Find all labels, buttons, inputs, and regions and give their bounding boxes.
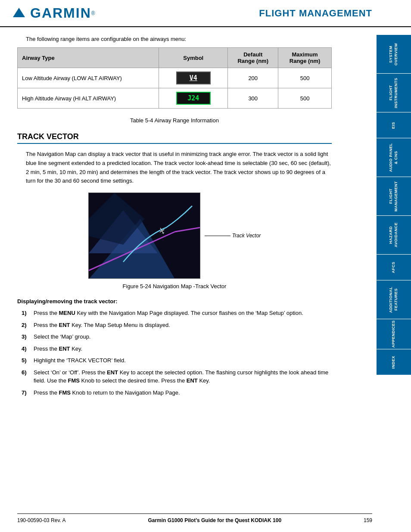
step-text-4: Press the ENT Key. bbox=[34, 345, 332, 353]
step-text-6: Select ‘On’ or ‘Off’. Press the ENT Key … bbox=[34, 368, 332, 385]
logo-triangle-icon bbox=[13, 8, 25, 17]
symbol-cell-low: V4 bbox=[159, 68, 228, 88]
figure-caption: Figure 5-24 Navigation Map -Track Vector bbox=[123, 283, 227, 289]
right-sidebar: SYSTEMOVERVIEW FLIGHTINSTRUMENTS EIS AUD… bbox=[377, 34, 411, 375]
figure-image-area: Track Vector bbox=[88, 193, 261, 279]
airway-table: Airway Type Symbol DefaultRange (nm) Max… bbox=[17, 47, 332, 109]
default-range-high: 300 bbox=[228, 88, 278, 109]
footer-left: 190-00590-03 Rev. A bbox=[17, 517, 66, 523]
table-header-symbol: Symbol bbox=[159, 48, 228, 68]
page-footer: 190-00590-03 Rev. A Garmin G1000 Pilot’s… bbox=[17, 513, 372, 523]
step-text-1: Press the MENU Key with the Navigation M… bbox=[34, 309, 332, 317]
step-num-6: 6) bbox=[22, 368, 34, 377]
table-header-airway-type: Airway Type bbox=[18, 48, 159, 68]
footer-center: Garmin G1000 Pilot’s Guide for the Quest… bbox=[148, 517, 281, 523]
max-range-low: 500 bbox=[278, 68, 332, 88]
list-item: 5) Highlight the ‘TRACK VECTOR’ field. bbox=[22, 356, 332, 365]
step-text-5: Highlight the ‘TRACK VECTOR’ field. bbox=[34, 356, 332, 365]
list-item: 2) Press the ENT Key. The Map Setup Menu… bbox=[22, 321, 332, 330]
table-caption: Table 5-4 Airway Range Information bbox=[17, 117, 332, 124]
steps-list: 1) Press the MENU Key with the Navigatio… bbox=[22, 309, 332, 397]
track-vector-body: The Navigation Map can display a track v… bbox=[26, 150, 332, 186]
high-alt-symbol: J24 bbox=[176, 92, 211, 105]
logo-reg: ® bbox=[91, 10, 95, 16]
sidebar-tab-flight-management[interactable]: FLIGHTMANAGEMENT bbox=[377, 177, 411, 215]
step-text-3: Select the ‘Map’ group. bbox=[34, 333, 332, 341]
list-item: 7) Press the FMS Knob to return to the N… bbox=[22, 389, 332, 397]
step-text-7: Press the FMS Knob to return to the Navi… bbox=[34, 389, 332, 397]
track-vector-label: Track Vector bbox=[232, 233, 261, 239]
displaying-title: Displaying/removing the track vector: bbox=[17, 298, 332, 305]
sidebar-tab-afcs[interactable]: AFCS bbox=[377, 254, 411, 280]
sidebar-tab-flight-instruments[interactable]: FLIGHTINSTRUMENTS bbox=[377, 73, 411, 112]
list-item: 3) Select the ‘Map’ group. bbox=[22, 333, 332, 341]
list-item: 4) Press the ENT Key. bbox=[22, 345, 332, 353]
logo: GARMIN® bbox=[13, 5, 95, 21]
step-num-3: 3) bbox=[22, 333, 34, 341]
sidebar-tab-index[interactable]: INDEX bbox=[377, 349, 411, 375]
sidebar-tab-eis[interactable]: EIS bbox=[377, 112, 411, 138]
table-row: Low Altitude Airway (LOW ALT AIRWAY) V4 … bbox=[18, 68, 332, 88]
main-content: The following range items are configurab… bbox=[0, 27, 375, 409]
step-num-7: 7) bbox=[22, 389, 34, 397]
page-title: FLIGHT MANAGEMENT bbox=[259, 8, 372, 19]
logo-text: GARMIN bbox=[30, 5, 91, 21]
sidebar-tab-additional-features[interactable]: ADDITIONALFEATURES bbox=[377, 280, 411, 319]
step-num-5: 5) bbox=[22, 356, 34, 365]
list-item: 1) Press the MENU Key with the Navigatio… bbox=[22, 309, 332, 317]
step-num-1: 1) bbox=[22, 309, 34, 317]
low-alt-symbol: V4 bbox=[176, 72, 211, 84]
list-item: 6) Select ‘On’ or ‘Off’. Press the ENT K… bbox=[22, 368, 332, 385]
step-num-4: 4) bbox=[22, 345, 34, 353]
airway-type-low: Low Altitude Airway (LOW ALT AIRWAY) bbox=[18, 68, 159, 88]
step-num-2: 2) bbox=[22, 321, 34, 330]
default-range-low: 200 bbox=[228, 68, 278, 88]
section-title-track-vector: TRACK VECTOR bbox=[17, 132, 332, 144]
step-text-2: Press the ENT Key. The Map Setup Menu is… bbox=[34, 321, 332, 330]
intro-text: The following range items are configurab… bbox=[26, 36, 332, 42]
nav-map-image bbox=[88, 193, 200, 279]
sidebar-tab-hazard-avoidance[interactable]: HAZARDAVOIDANCE bbox=[377, 215, 411, 254]
figure-container: Track Vector Figure 5-24 Navigation Map … bbox=[17, 193, 332, 289]
airway-type-high: High Altitude Airway (HI ALT AIRWAY) bbox=[18, 88, 159, 109]
symbol-cell-high: J24 bbox=[159, 88, 228, 109]
sidebar-tab-system-overview[interactable]: SYSTEMOVERVIEW bbox=[377, 34, 411, 73]
table-header-default-range: DefaultRange (nm) bbox=[228, 48, 278, 68]
max-range-high: 500 bbox=[278, 88, 332, 109]
sidebar-tab-appendices[interactable]: APPENDICES bbox=[377, 319, 411, 349]
page-header: GARMIN® FLIGHT MANAGEMENT bbox=[0, 0, 411, 27]
sidebar-tab-audio-panel[interactable]: AUDIO PANEL& CNS bbox=[377, 138, 411, 177]
table-row: High Altitude Airway (HI ALT AIRWAY) J24… bbox=[18, 88, 332, 109]
footer-right: 159 bbox=[364, 517, 372, 523]
table-header-max-range: MaximumRange (nm) bbox=[278, 48, 332, 68]
